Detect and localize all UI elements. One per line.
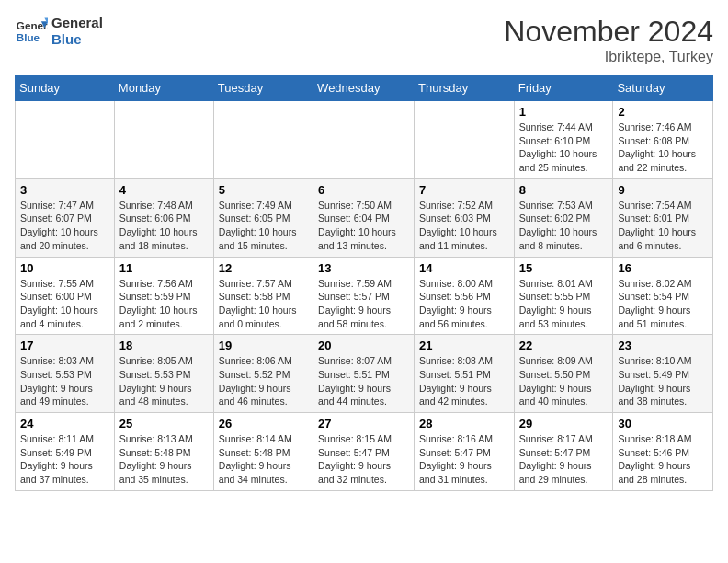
- location-title: Ibriktepe, Turkey: [504, 49, 713, 65]
- day-info: Sunrise: 7:55 AM Sunset: 6:00 PM Dayligh…: [20, 277, 109, 331]
- calendar-cell: 4Sunrise: 7:48 AM Sunset: 6:06 PM Daylig…: [114, 178, 213, 257]
- day-number: 29: [519, 417, 609, 431]
- calendar-cell: 24Sunrise: 8:11 AM Sunset: 5:49 PM Dayli…: [16, 413, 115, 491]
- day-info: Sunrise: 8:11 AM Sunset: 5:49 PM Dayligh…: [20, 432, 109, 487]
- title-area: November 2024 Ibriktepe, Turkey: [504, 15, 713, 65]
- logo-general: General: [51, 15, 103, 31]
- day-number: 2: [618, 105, 708, 119]
- calendar-cell: 17Sunrise: 8:03 AM Sunset: 5:53 PM Dayli…: [16, 335, 115, 413]
- day-info: Sunrise: 7:44 AM Sunset: 6:10 PM Dayligh…: [519, 121, 609, 175]
- calendar-cell: 25Sunrise: 8:13 AM Sunset: 5:48 PM Dayli…: [114, 413, 213, 491]
- day-number: 17: [20, 339, 109, 352]
- day-number: 4: [119, 183, 209, 197]
- day-number: 26: [219, 417, 308, 431]
- day-number: 12: [219, 261, 308, 275]
- weekday-header: Wednesday: [313, 75, 415, 101]
- weekday-header: Monday: [114, 75, 213, 101]
- calendar-body: 1Sunrise: 7:44 AM Sunset: 6:10 PM Daylig…: [16, 101, 713, 491]
- day-info: Sunrise: 8:05 AM Sunset: 5:53 PM Dayligh…: [119, 354, 209, 408]
- day-number: 23: [618, 339, 708, 352]
- weekday-header: Sunday: [16, 75, 115, 101]
- calendar-cell: 27Sunrise: 8:15 AM Sunset: 5:47 PM Dayli…: [313, 413, 415, 491]
- day-info: Sunrise: 8:10 AM Sunset: 5:49 PM Dayligh…: [618, 354, 708, 408]
- calendar-cell: 7Sunrise: 7:52 AM Sunset: 6:03 PM Daylig…: [415, 178, 515, 257]
- day-number: 9: [618, 183, 708, 197]
- day-info: Sunrise: 7:49 AM Sunset: 6:05 PM Dayligh…: [219, 199, 308, 253]
- calendar-cell: 21Sunrise: 8:08 AM Sunset: 5:51 PM Dayli…: [415, 335, 515, 413]
- logo-icon: General Blue: [15, 15, 48, 48]
- calendar-cell: 14Sunrise: 8:00 AM Sunset: 5:56 PM Dayli…: [415, 257, 515, 335]
- calendar-cell: 29Sunrise: 8:17 AM Sunset: 5:47 PM Dayli…: [514, 413, 613, 491]
- calendar-cell: 8Sunrise: 7:53 AM Sunset: 6:02 PM Daylig…: [514, 178, 613, 257]
- day-number: 24: [20, 417, 109, 431]
- day-number: 5: [219, 183, 308, 197]
- calendar-cell: [16, 101, 115, 179]
- day-number: 18: [119, 339, 209, 352]
- weekday-header: Tuesday: [213, 75, 313, 101]
- day-number: 3: [20, 183, 109, 197]
- day-info: Sunrise: 7:46 AM Sunset: 6:08 PM Dayligh…: [618, 121, 708, 175]
- calendar-cell: 13Sunrise: 7:59 AM Sunset: 5:57 PM Dayli…: [313, 257, 415, 335]
- day-info: Sunrise: 8:01 AM Sunset: 5:55 PM Dayligh…: [519, 277, 609, 331]
- day-number: 1: [519, 105, 609, 119]
- day-info: Sunrise: 8:13 AM Sunset: 5:48 PM Dayligh…: [119, 432, 209, 487]
- calendar-cell: 11Sunrise: 7:56 AM Sunset: 5:59 PM Dayli…: [114, 257, 213, 335]
- day-info: Sunrise: 7:48 AM Sunset: 6:06 PM Dayligh…: [119, 199, 209, 253]
- day-info: Sunrise: 7:52 AM Sunset: 6:03 PM Dayligh…: [419, 199, 509, 253]
- day-number: 15: [519, 261, 609, 275]
- day-info: Sunrise: 7:57 AM Sunset: 5:58 PM Dayligh…: [219, 277, 308, 331]
- day-number: 13: [318, 261, 409, 275]
- calendar-cell: [213, 101, 313, 179]
- logo-blue: Blue: [51, 31, 103, 48]
- calendar-header: SundayMondayTuesdayWednesdayThursdayFrid…: [16, 75, 713, 101]
- day-number: 10: [20, 261, 109, 275]
- day-number: 11: [119, 261, 209, 275]
- day-number: 14: [419, 261, 509, 275]
- svg-text:Blue: Blue: [17, 31, 40, 43]
- day-info: Sunrise: 7:54 AM Sunset: 6:01 PM Dayligh…: [618, 199, 708, 253]
- header: General Blue General Blue November 2024 …: [15, 15, 713, 65]
- day-number: 28: [419, 417, 509, 431]
- calendar-cell: 5Sunrise: 7:49 AM Sunset: 6:05 PM Daylig…: [213, 178, 313, 257]
- day-number: 16: [618, 261, 708, 275]
- calendar-cell: 10Sunrise: 7:55 AM Sunset: 6:00 PM Dayli…: [16, 257, 115, 335]
- calendar-cell: 26Sunrise: 8:14 AM Sunset: 5:48 PM Dayli…: [213, 413, 313, 491]
- day-info: Sunrise: 8:18 AM Sunset: 5:46 PM Dayligh…: [618, 432, 708, 487]
- day-info: Sunrise: 8:09 AM Sunset: 5:50 PM Dayligh…: [519, 354, 609, 408]
- day-info: Sunrise: 8:03 AM Sunset: 5:53 PM Dayligh…: [20, 354, 109, 408]
- day-info: Sunrise: 7:50 AM Sunset: 6:04 PM Dayligh…: [318, 199, 409, 253]
- calendar-cell: 9Sunrise: 7:54 AM Sunset: 6:01 PM Daylig…: [613, 178, 713, 257]
- calendar-cell: 3Sunrise: 7:47 AM Sunset: 6:07 PM Daylig…: [16, 178, 115, 257]
- weekday-header: Thursday: [415, 75, 515, 101]
- calendar-cell: 16Sunrise: 8:02 AM Sunset: 5:54 PM Dayli…: [613, 257, 713, 335]
- calendar-cell: 15Sunrise: 8:01 AM Sunset: 5:55 PM Dayli…: [514, 257, 613, 335]
- calendar-cell: 1Sunrise: 7:44 AM Sunset: 6:10 PM Daylig…: [514, 101, 613, 179]
- svg-text:General: General: [17, 19, 48, 31]
- calendar-cell: 18Sunrise: 8:05 AM Sunset: 5:53 PM Dayli…: [114, 335, 213, 413]
- day-number: 21: [419, 339, 509, 352]
- weekday-header: Friday: [514, 75, 613, 101]
- day-info: Sunrise: 8:17 AM Sunset: 5:47 PM Dayligh…: [519, 432, 609, 487]
- day-number: 30: [618, 417, 708, 431]
- calendar-cell: 12Sunrise: 7:57 AM Sunset: 5:58 PM Dayli…: [213, 257, 313, 335]
- day-info: Sunrise: 8:06 AM Sunset: 5:52 PM Dayligh…: [219, 354, 308, 408]
- calendar-cell: 30Sunrise: 8:18 AM Sunset: 5:46 PM Dayli…: [613, 413, 713, 491]
- weekday-header: Saturday: [613, 75, 713, 101]
- day-info: Sunrise: 7:53 AM Sunset: 6:02 PM Dayligh…: [519, 199, 609, 253]
- calendar-cell: 23Sunrise: 8:10 AM Sunset: 5:49 PM Dayli…: [613, 335, 713, 413]
- day-number: 27: [318, 417, 409, 431]
- day-info: Sunrise: 8:07 AM Sunset: 5:51 PM Dayligh…: [318, 354, 409, 408]
- day-number: 7: [419, 183, 509, 197]
- day-number: 8: [519, 183, 609, 197]
- calendar-cell: 22Sunrise: 8:09 AM Sunset: 5:50 PM Dayli…: [514, 335, 613, 413]
- day-info: Sunrise: 7:59 AM Sunset: 5:57 PM Dayligh…: [318, 277, 409, 331]
- day-info: Sunrise: 8:02 AM Sunset: 5:54 PM Dayligh…: [618, 277, 708, 331]
- calendar-cell: 2Sunrise: 7:46 AM Sunset: 6:08 PM Daylig…: [613, 101, 713, 179]
- calendar-cell: [313, 101, 415, 179]
- month-title: November 2024: [504, 15, 713, 49]
- day-info: Sunrise: 8:15 AM Sunset: 5:47 PM Dayligh…: [318, 432, 409, 487]
- day-info: Sunrise: 8:16 AM Sunset: 5:47 PM Dayligh…: [419, 432, 509, 487]
- day-number: 6: [318, 183, 409, 197]
- day-info: Sunrise: 7:47 AM Sunset: 6:07 PM Dayligh…: [20, 199, 109, 253]
- calendar-cell: 6Sunrise: 7:50 AM Sunset: 6:04 PM Daylig…: [313, 178, 415, 257]
